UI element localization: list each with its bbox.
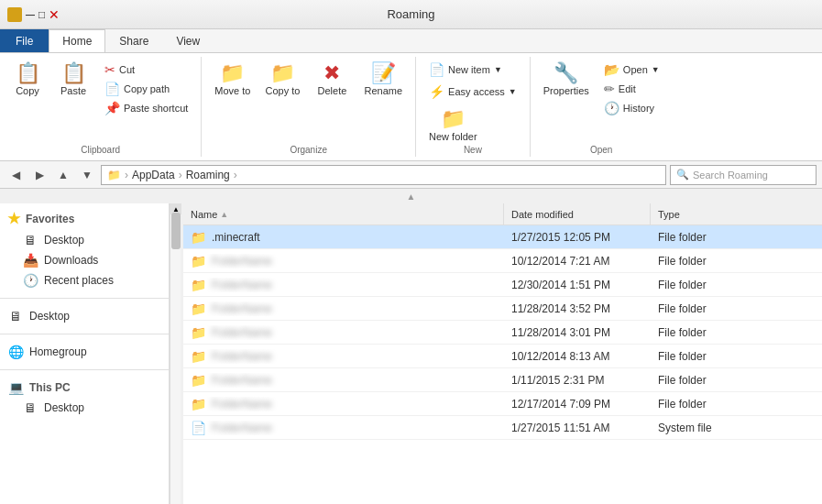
file-rows-container: 📁.minecraft1/27/2015 12:05 PMFile folder… (183, 225, 822, 440)
move-to-button[interactable]: 📁 Move to (209, 60, 256, 99)
file-name-text: FolderName (212, 302, 272, 315)
sidebar-scrollbar[interactable]: ▲ ▼ (170, 203, 181, 504)
file-name-text: FolderName (212, 350, 272, 363)
paste-shortcut-icon: 📌 (104, 101, 120, 115)
file-name-cell: 📁FolderName (183, 373, 504, 388)
rename-button[interactable]: 📝 Rename (358, 60, 408, 99)
back-button[interactable]: ◀ (5, 165, 26, 185)
this-pc-icon: 💻 (7, 380, 24, 395)
new-label: New (464, 145, 482, 157)
sidebar: ★ Favorites 🖥 Desktop 📥 Downloads 🕐 Rece… (0, 203, 170, 504)
maximize-btn[interactable]: □ (38, 8, 45, 21)
edit-icon: ✏ (604, 82, 615, 96)
clipboard-small-buttons: ✂ Cut 📄 Copy path 📌 Paste shortcut (99, 60, 193, 117)
recent-places-icon: 🕐 (22, 273, 38, 288)
tab-view[interactable]: View (162, 29, 214, 52)
easy-access-button[interactable]: ⚡ Easy access ▼ (423, 82, 522, 101)
copy-icon: 📋 (16, 63, 40, 83)
copy-to-icon: 📁 (270, 63, 295, 83)
table-row[interactable]: 📁FolderName11/28/2014 3:01 PMFile folder (183, 321, 822, 345)
column-date-modified[interactable]: Date modified (504, 203, 651, 225)
close-btn[interactable]: ✕ (49, 7, 60, 22)
column-name[interactable]: Name ▲ (183, 203, 504, 225)
column-type[interactable]: Type (651, 203, 822, 225)
title-bar-icons: ─ □ ✕ (7, 7, 60, 22)
delete-button[interactable]: ✖ Delete (309, 60, 355, 99)
sidebar-item-desktop-standalone[interactable]: 🖥 Desktop (0, 306, 169, 326)
file-date-cell: 12/30/2014 1:51 PM (504, 279, 651, 291)
search-icon: 🔍 (676, 169, 689, 181)
scrollbar-thumb[interactable] (171, 213, 181, 249)
table-row[interactable]: 📁FolderName12/30/2014 1:51 PMFile folder (183, 273, 822, 297)
history-button[interactable]: 🕐 History (598, 99, 665, 117)
folder-icon: 📁 (191, 397, 206, 411)
table-row[interactable]: 📁FolderName11/28/2014 3:52 PMFile folder (183, 297, 822, 321)
organize-group: 📁 Move to 📁 Copy to ✖ Delete 📝 Rename Or… (202, 57, 416, 157)
sidebar-item-desktop[interactable]: 🖥 Desktop (0, 230, 169, 250)
desktop-pc-icon: 🖥 (22, 400, 38, 415)
paste-icon: 📋 (61, 63, 86, 83)
sort-hint: ▲ (0, 189, 822, 203)
organize-items: 📁 Move to 📁 Copy to ✖ Delete 📝 Rename (209, 57, 408, 145)
recent-locations-button[interactable]: ▼ (77, 165, 97, 185)
new-folder-button[interactable]: 📁 New folder (423, 106, 483, 145)
sidebar-item-recent-places[interactable]: 🕐 Recent places (0, 270, 169, 290)
copy-path-button[interactable]: 📄 Copy path (99, 80, 193, 98)
table-row[interactable]: 📁FolderName1/11/2015 2:31 PMFile folder (183, 368, 822, 392)
open-button[interactable]: 📂 Open ▼ (598, 60, 665, 79)
copy-button[interactable]: 📋 Copy (7, 60, 48, 99)
star-icon: ★ (7, 210, 20, 227)
tab-file[interactable]: File (0, 29, 49, 52)
forward-button[interactable]: ▶ (29, 165, 49, 185)
new-item-button[interactable]: 📄 New item ▼ (423, 60, 508, 79)
search-box[interactable]: 🔍 Search Roaming (670, 165, 817, 185)
sidebar-divider-1 (0, 298, 169, 299)
sidebar-item-desktop-pc[interactable]: 🖥 Desktop (0, 398, 169, 418)
file-type-cell: File folder (651, 302, 822, 315)
homegroup-section: 🌐 Homegroup (0, 338, 169, 366)
file-name-text: FolderName (212, 374, 272, 387)
open-group: 🔧 Properties 📂 Open ▼ ✏ Edit 🕐 History (531, 57, 673, 157)
address-bar: ◀ ▶ ▲ ▼ 📁 › AppData › Roaming › 🔍 Search… (0, 161, 822, 189)
file-name-cell: 📁FolderName (183, 254, 504, 268)
file-name-cell: 📁FolderName (183, 325, 504, 340)
this-pc-section: 💻 This PC 🖥 Desktop (0, 374, 169, 422)
main-layout: ★ Favorites 🖥 Desktop 📥 Downloads 🕐 Rece… (0, 203, 822, 504)
tab-share[interactable]: Share (105, 29, 162, 52)
sidebar-item-homegroup[interactable]: 🌐 Homegroup (0, 342, 169, 362)
this-pc-header[interactable]: 💻 This PC (0, 378, 169, 398)
file-date-cell: 1/27/2015 11:51 AM (504, 422, 651, 434)
tab-home[interactable]: Home (49, 29, 105, 52)
table-row[interactable]: 📄FolderName1/27/2015 11:51 AMSystem file (183, 416, 822, 440)
file-type-cell: File folder (651, 350, 822, 363)
table-row[interactable]: 📁FolderName12/17/2014 7:09 PMFile folder (183, 392, 822, 416)
easy-access-icon: ⚡ (429, 84, 444, 99)
folder-icon: 📁 (191, 230, 206, 245)
edit-button[interactable]: ✏ Edit (598, 80, 665, 98)
favorites-section: ★ Favorites 🖥 Desktop 📥 Downloads 🕐 Rece… (0, 203, 169, 294)
properties-button[interactable]: 🔧 Properties (538, 60, 595, 99)
app-icon (7, 7, 22, 22)
file-name-cell: 📁FolderName (183, 397, 504, 411)
open-icon: 📂 (604, 62, 619, 77)
sidebar-item-downloads[interactable]: 📥 Downloads (0, 250, 169, 270)
table-row[interactable]: 📁FolderName10/12/2014 8:13 AMFile folder (183, 345, 822, 368)
path-part-appdata[interactable]: AppData (132, 169, 175, 181)
file-name-cell: 📄FolderName (183, 421, 504, 435)
address-path[interactable]: 📁 › AppData › Roaming › (101, 165, 666, 185)
path-part-roaming[interactable]: Roaming (186, 169, 230, 181)
minimize-btn[interactable]: ─ (26, 7, 35, 22)
table-row[interactable]: 📁.minecraft1/27/2015 12:05 PMFile folder (183, 225, 822, 249)
file-name-cell: 📁FolderName (183, 301, 504, 316)
table-row[interactable]: 📁FolderName10/12/2014 7:21 AMFile folder (183, 249, 822, 273)
ribbon-tabs: File Home Share View (0, 29, 822, 53)
file-name-text: FolderName (212, 398, 272, 411)
paste-shortcut-button[interactable]: 📌 Paste shortcut (99, 99, 193, 117)
file-date-cell: 11/28/2014 3:52 PM (504, 302, 651, 315)
cut-button[interactable]: ✂ Cut (99, 60, 193, 79)
file-icon: 📄 (191, 421, 206, 435)
copy-to-button[interactable]: 📁 Copy to (259, 60, 305, 99)
paste-button[interactable]: 📋 Paste (53, 60, 93, 99)
file-list-header: Name ▲ Date modified Type (183, 203, 822, 225)
up-button[interactable]: ▲ (53, 165, 73, 185)
